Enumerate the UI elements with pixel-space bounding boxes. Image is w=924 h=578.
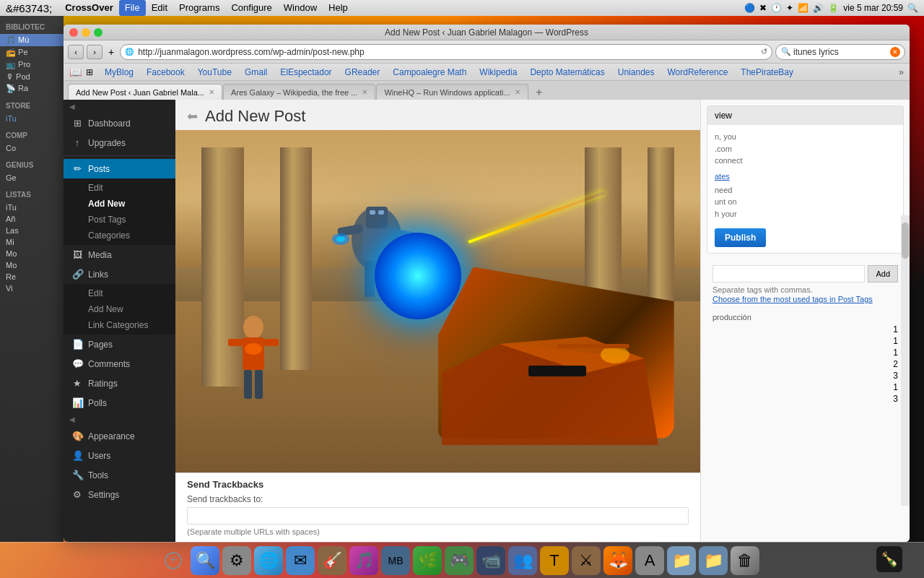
search-clear-button[interactable]: ✕ xyxy=(890,47,900,57)
dock-firefox[interactable]: 🦊 xyxy=(603,546,632,575)
dock-users-icon[interactable]: 👥 xyxy=(508,546,537,575)
edit-menu[interactable]: Edit xyxy=(146,0,173,16)
bookmark-greader[interactable]: GReader xyxy=(339,66,386,79)
bookmark-youtube[interactable]: YouTube xyxy=(192,66,237,79)
crossover-bottle-icon[interactable]: 🍾 xyxy=(876,546,902,572)
publish-button[interactable]: Publish xyxy=(715,228,766,247)
links-add-new[interactable]: Add New xyxy=(64,301,175,317)
minimize-button[interactable] xyxy=(82,28,90,37)
publish-link[interactable]: ates xyxy=(715,172,730,181)
dock-app3[interactable]: ⚔ xyxy=(572,546,601,575)
maximize-button[interactable] xyxy=(94,28,103,37)
posts-categories[interactable]: Categories xyxy=(64,228,175,243)
tab-1[interactable]: Ares Galaxy – Wikipedia, the free ... ✕ xyxy=(223,84,375,100)
itunes-pl-1[interactable]: iTu xyxy=(0,202,64,213)
tab-1-close[interactable]: ✕ xyxy=(362,88,367,96)
sidebar-item-upgrades[interactable]: ↑ Upgrades xyxy=(64,133,175,152)
dock-add-button[interactable]: + xyxy=(165,552,182,569)
links-categories[interactable]: Link Categories xyxy=(64,317,175,333)
dock-safari[interactable]: 🌐 xyxy=(254,546,283,575)
sidebar-item-posts[interactable]: ✏ Posts xyxy=(64,159,175,178)
bookmark-wikipedia[interactable]: Wikipedia xyxy=(474,66,523,79)
trackback-input[interactable] xyxy=(187,507,689,525)
dock-folder-1[interactable]: 📁 xyxy=(667,546,696,575)
tab-0[interactable]: Add New Post ‹ Juan Gabriel Mala... ✕ xyxy=(68,84,222,100)
sidebar-item-ratings[interactable]: ★ Ratings xyxy=(64,374,175,393)
apple-menu[interactable]: &#63743; xyxy=(6,2,52,14)
tag-add-button[interactable]: Add xyxy=(868,265,898,282)
itunes-comp[interactable]: Co xyxy=(0,142,64,154)
file-menu[interactable]: File xyxy=(119,0,146,16)
right-scrollbar[interactable] xyxy=(901,215,910,506)
bookmarks-more-button[interactable]: » xyxy=(899,67,904,77)
url-bar[interactable]: 🌐 http://juanmalagon.wordpress.com/wp-ad… xyxy=(120,44,772,60)
bookmark-depto[interactable]: Depto Matemáticas xyxy=(524,66,610,79)
posts-tags[interactable]: Post Tags xyxy=(64,212,175,228)
itunes-music[interactable]: 🎵 Mú xyxy=(0,34,64,46)
new-tab-button[interactable]: + xyxy=(532,85,546,100)
itunes-store[interactable]: iTu xyxy=(0,113,64,124)
sidebar-item-tools[interactable]: 🔧 Tools xyxy=(64,465,175,485)
configure-menu[interactable]: Configure xyxy=(225,0,277,16)
itunes-pl-2[interactable]: Añ xyxy=(0,213,64,225)
dock-itunes[interactable]: 🎵 xyxy=(349,546,378,575)
dock-mb-icon[interactable]: MB xyxy=(381,546,410,575)
itunes-pl-6[interactable]: Mo xyxy=(0,259,64,271)
bookmark-elespectador[interactable]: ElEspectador xyxy=(274,66,337,79)
sidebar-item-appearance[interactable]: 🎨 Appearance xyxy=(64,426,175,446)
bookmark-uniandes[interactable]: Uniandes xyxy=(612,66,661,79)
dock-video-icon[interactable]: 📹 xyxy=(476,546,505,575)
itunes-pl-7[interactable]: Re xyxy=(0,271,64,282)
tab-2[interactable]: WineHQ – Run Windows applicati... ✕ xyxy=(376,84,528,100)
posts-add-new[interactable]: Add New xyxy=(64,196,175,212)
bookmark-wordreference[interactable]: WordReference xyxy=(661,66,733,79)
bookmarks-grid-icon[interactable]: ⊞ xyxy=(86,67,93,77)
links-edit[interactable]: Edit xyxy=(64,285,175,301)
window-menu[interactable]: Window xyxy=(278,0,323,16)
tab-0-close[interactable]: ✕ xyxy=(209,88,214,96)
itunes-pl-3[interactable]: Las xyxy=(0,225,64,236)
sidebar-item-users[interactable]: 👤 Users xyxy=(64,446,175,465)
dock-guitar-icon[interactable]: 🎸 xyxy=(318,546,346,575)
itunes-pl-4[interactable]: Mi xyxy=(0,236,64,248)
itunes-pl-5[interactable]: Mo xyxy=(0,248,64,259)
programs-menu[interactable]: Programs xyxy=(173,0,225,16)
bookmark-thepiratebay[interactable]: ThePirateBay xyxy=(735,66,799,79)
sidebar-item-settings[interactable]: ⚙ Settings xyxy=(64,485,175,504)
back-button[interactable]: ‹ xyxy=(68,45,84,59)
dock-app2[interactable]: 🎮 xyxy=(445,546,474,575)
itunes-radio[interactable]: 📡 Ra xyxy=(0,82,64,95)
dock-system-pref[interactable]: ⚙ xyxy=(222,546,251,575)
tab-2-close[interactable]: ✕ xyxy=(515,88,520,96)
bookmark-facebook[interactable]: Facebook xyxy=(141,66,191,79)
itunes-podcasts[interactable]: 📻 Pe xyxy=(0,46,64,59)
dock-trash[interactable]: 🗑 xyxy=(731,546,759,575)
sidebar-item-dashboard[interactable]: ⊞ Dashboard xyxy=(64,113,175,133)
reload-button[interactable]: ↺ xyxy=(761,47,767,56)
bookmark-campoalegre[interactable]: Campoalegre Math xyxy=(387,66,472,79)
itunes-pod[interactable]: 🎙 Pod xyxy=(0,71,64,82)
dock-folder-app[interactable]: A xyxy=(635,546,664,575)
dock-app1[interactable]: 🌿 xyxy=(413,546,442,575)
itunes-shows[interactable]: 📺 Pro xyxy=(0,59,64,71)
bookmark-gmail[interactable]: Gmail xyxy=(239,66,273,79)
crossover-menu[interactable]: CrossOver xyxy=(59,0,118,16)
itunes-pl-8[interactable]: Vi xyxy=(0,282,64,294)
forward-button[interactable]: › xyxy=(87,45,103,59)
search-bar[interactable]: 🔍 itunes lyrics ✕ xyxy=(775,44,905,60)
itunes-genius[interactable]: Ge xyxy=(0,172,64,184)
sidebar-item-polls[interactable]: 📊 Polls xyxy=(64,393,175,413)
add-bookmark-icon[interactable]: + xyxy=(108,46,114,58)
sidebar-item-media[interactable]: 🖼 Media xyxy=(64,245,175,264)
dock-folder-2[interactable]: 📁 xyxy=(699,546,728,575)
sidebar-item-pages[interactable]: 📄 Pages xyxy=(64,335,175,354)
dock-finder[interactable]: 🔍 xyxy=(191,546,219,575)
posts-edit[interactable]: Edit xyxy=(64,180,175,196)
search-icon[interactable]: 🔍 xyxy=(907,3,918,13)
sidebar-collapse-2[interactable]: ◀ xyxy=(64,413,175,426)
sidebar-item-comments[interactable]: 💬 Comments xyxy=(64,354,175,374)
close-button[interactable] xyxy=(69,28,78,37)
tags-link[interactable]: Choose from the most used tags in Post T… xyxy=(712,295,873,303)
sidebar-item-links[interactable]: 🔗 Links xyxy=(64,264,175,284)
bookmark-myblog[interactable]: MyBlog xyxy=(99,66,139,79)
